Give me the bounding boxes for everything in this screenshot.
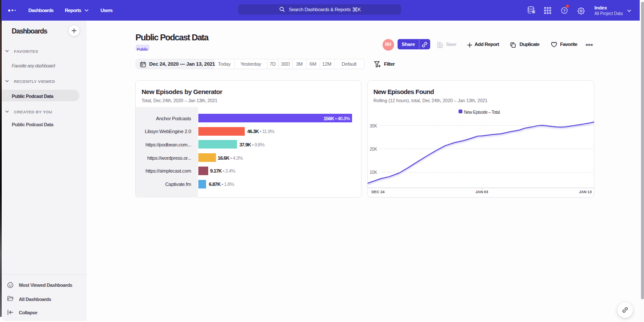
- svg-text:?: ?: [563, 9, 566, 13]
